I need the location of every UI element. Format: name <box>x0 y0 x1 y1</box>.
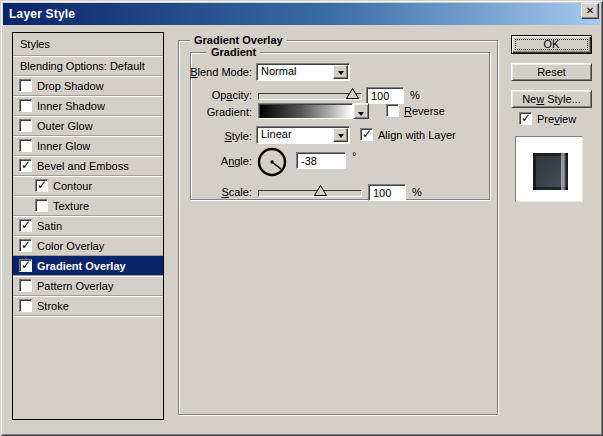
sidebar-item-stroke[interactable]: Stroke <box>13 296 163 316</box>
angle-unit: ° <box>352 150 356 162</box>
drop-shadow-checkbox[interactable] <box>19 79 32 92</box>
angle-dial[interactable] <box>256 146 288 178</box>
scale-label: Scale: <box>177 186 252 198</box>
chevron-down-icon <box>338 71 344 78</box>
inner-shadow-checkbox[interactable] <box>19 99 32 112</box>
sidebar-item-inner-shadow[interactable]: Inner Shadow <box>13 96 163 116</box>
gradient-preview-bar[interactable] <box>258 103 353 119</box>
sidebar-item-outer-glow[interactable]: Outer Glow <box>13 116 163 136</box>
sidebar-item-gradient-overlay[interactable]: Gradient Overlay <box>13 256 163 276</box>
texture-checkbox[interactable] <box>35 199 48 212</box>
gradient-overlay-checkbox[interactable] <box>19 259 32 272</box>
preview-label: Preview <box>537 113 576 125</box>
inner-glow-checkbox[interactable] <box>19 139 32 152</box>
opacity-slider-thumb[interactable] <box>346 88 359 99</box>
angle-input[interactable]: -38 <box>296 152 346 169</box>
sidebar-item-color-overlay[interactable]: Color Overlay <box>13 236 163 256</box>
outer-glow-checkbox[interactable] <box>19 119 32 132</box>
preview-checkbox[interactable] <box>519 112 532 125</box>
subgroup-title: Gradient <box>207 46 260 58</box>
close-icon: ✕ <box>586 6 594 16</box>
sidebar-item-pattern-overlay[interactable]: Pattern Overlay <box>13 276 163 296</box>
style-preview-swatch <box>515 136 583 202</box>
gradient-picker-button[interactable] <box>353 103 369 119</box>
layer-style-dialog: Layer Style ✕ Styles Blending Options: D… <box>0 0 603 436</box>
style-dropdown[interactable]: Linear <box>256 126 350 144</box>
opacity-label: Opacity: <box>177 89 252 101</box>
chevron-down-icon <box>358 112 364 119</box>
reverse-checkbox[interactable] <box>386 104 399 117</box>
style-preview-thumbnail <box>533 153 568 190</box>
sidebar-item-drop-shadow[interactable]: Drop Shadow <box>13 76 163 96</box>
gradient-label: Gradient: <box>177 106 252 118</box>
chevron-down-icon <box>338 134 344 141</box>
group-title: Gradient Overlay <box>190 34 287 46</box>
sidebar-item-blending-options[interactable]: Blending Options: Default <box>13 56 163 76</box>
new-style-button[interactable]: New Style... <box>511 90 592 108</box>
scale-slider-thumb[interactable] <box>314 185 327 196</box>
reverse-label: Reverse <box>404 105 445 117</box>
sidebar-item-satin[interactable]: Satin <box>13 216 163 236</box>
window-title: Layer Style <box>3 7 75 21</box>
close-button[interactable]: ✕ <box>581 3 599 19</box>
style-label: Style: <box>177 130 252 142</box>
contour-checkbox[interactable] <box>35 179 48 192</box>
blend-mode-label: Blend Mode: <box>177 66 252 78</box>
blend-mode-value: Normal <box>261 65 296 77</box>
style-value: Linear <box>261 128 292 140</box>
pattern-overlay-checkbox[interactable] <box>19 279 32 292</box>
scale-slider-track[interactable] <box>258 190 362 197</box>
align-with-layer-label: Align with Layer <box>378 129 456 141</box>
styles-list: Styles Blending Options: Default Drop Sh… <box>12 32 164 420</box>
title-bar[interactable]: Layer Style <box>3 3 600 25</box>
sidebar-item-texture[interactable]: Texture <box>13 196 163 216</box>
satin-checkbox[interactable] <box>19 219 32 232</box>
ok-button[interactable]: OK <box>511 35 592 54</box>
color-overlay-checkbox[interactable] <box>19 239 32 252</box>
sidebar-item-bevel-and-emboss[interactable]: Bevel and Emboss <box>13 156 163 176</box>
align-with-layer-checkbox[interactable] <box>360 128 373 141</box>
opacity-input[interactable]: 100 <box>366 87 404 104</box>
stroke-checkbox[interactable] <box>19 299 32 312</box>
bevel-and-emboss-checkbox[interactable] <box>19 159 32 172</box>
sidebar-item-contour[interactable]: Contour <box>13 176 163 196</box>
styles-list-header: Styles <box>13 33 163 56</box>
blend-mode-dropdown[interactable]: Normal <box>256 63 350 81</box>
scale-unit: % <box>412 186 422 198</box>
opacity-unit: % <box>410 89 420 101</box>
sidebar-item-inner-glow[interactable]: Inner Glow <box>13 136 163 156</box>
scale-input[interactable]: 100 <box>368 184 406 201</box>
angle-label: Angle: <box>177 155 252 167</box>
reset-button[interactable]: Reset <box>511 63 592 81</box>
